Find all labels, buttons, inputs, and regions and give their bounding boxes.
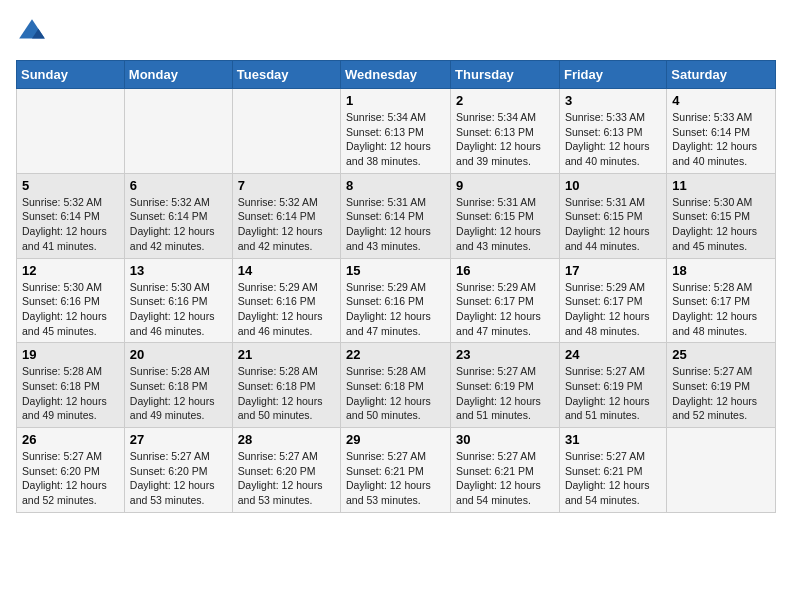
day-number: 9: [456, 178, 554, 193]
column-header-tuesday: Tuesday: [232, 61, 340, 89]
day-cell: 16Sunrise: 5:29 AMSunset: 6:17 PMDayligh…: [451, 258, 560, 343]
day-info: Sunrise: 5:31 AMSunset: 6:15 PMDaylight:…: [565, 195, 661, 254]
day-number: 3: [565, 93, 661, 108]
day-cell: 13Sunrise: 5:30 AMSunset: 6:16 PMDayligh…: [124, 258, 232, 343]
day-cell: 24Sunrise: 5:27 AMSunset: 6:19 PMDayligh…: [559, 343, 666, 428]
day-cell: 8Sunrise: 5:31 AMSunset: 6:14 PMDaylight…: [341, 173, 451, 258]
page-header: [16, 16, 776, 48]
day-info: Sunrise: 5:32 AMSunset: 6:14 PMDaylight:…: [22, 195, 119, 254]
day-info: Sunrise: 5:27 AMSunset: 6:19 PMDaylight:…: [672, 364, 770, 423]
week-row-3: 12Sunrise: 5:30 AMSunset: 6:16 PMDayligh…: [17, 258, 776, 343]
column-header-friday: Friday: [559, 61, 666, 89]
day-info: Sunrise: 5:27 AMSunset: 6:20 PMDaylight:…: [130, 449, 227, 508]
day-number: 19: [22, 347, 119, 362]
day-cell: 30Sunrise: 5:27 AMSunset: 6:21 PMDayligh…: [451, 428, 560, 513]
day-number: 20: [130, 347, 227, 362]
week-row-1: 1Sunrise: 5:34 AMSunset: 6:13 PMDaylight…: [17, 89, 776, 174]
day-info: Sunrise: 5:27 AMSunset: 6:21 PMDaylight:…: [565, 449, 661, 508]
day-cell: 27Sunrise: 5:27 AMSunset: 6:20 PMDayligh…: [124, 428, 232, 513]
day-number: 29: [346, 432, 445, 447]
day-number: 28: [238, 432, 335, 447]
day-number: 8: [346, 178, 445, 193]
day-cell: 12Sunrise: 5:30 AMSunset: 6:16 PMDayligh…: [17, 258, 125, 343]
day-number: 12: [22, 263, 119, 278]
day-number: 31: [565, 432, 661, 447]
day-number: 23: [456, 347, 554, 362]
day-number: 30: [456, 432, 554, 447]
day-cell: 21Sunrise: 5:28 AMSunset: 6:18 PMDayligh…: [232, 343, 340, 428]
day-cell: 28Sunrise: 5:27 AMSunset: 6:20 PMDayligh…: [232, 428, 340, 513]
day-cell: 1Sunrise: 5:34 AMSunset: 6:13 PMDaylight…: [341, 89, 451, 174]
day-cell: 14Sunrise: 5:29 AMSunset: 6:16 PMDayligh…: [232, 258, 340, 343]
week-row-2: 5Sunrise: 5:32 AMSunset: 6:14 PMDaylight…: [17, 173, 776, 258]
day-info: Sunrise: 5:28 AMSunset: 6:18 PMDaylight:…: [238, 364, 335, 423]
day-number: 4: [672, 93, 770, 108]
day-info: Sunrise: 5:28 AMSunset: 6:18 PMDaylight:…: [130, 364, 227, 423]
day-cell: 15Sunrise: 5:29 AMSunset: 6:16 PMDayligh…: [341, 258, 451, 343]
day-info: Sunrise: 5:29 AMSunset: 6:16 PMDaylight:…: [346, 280, 445, 339]
day-cell: 11Sunrise: 5:30 AMSunset: 6:15 PMDayligh…: [667, 173, 776, 258]
calendar-header: SundayMondayTuesdayWednesdayThursdayFrid…: [17, 61, 776, 89]
day-info: Sunrise: 5:27 AMSunset: 6:19 PMDaylight:…: [565, 364, 661, 423]
day-number: 11: [672, 178, 770, 193]
day-info: Sunrise: 5:27 AMSunset: 6:20 PMDaylight:…: [22, 449, 119, 508]
day-number: 16: [456, 263, 554, 278]
day-info: Sunrise: 5:28 AMSunset: 6:18 PMDaylight:…: [346, 364, 445, 423]
day-number: 21: [238, 347, 335, 362]
week-row-5: 26Sunrise: 5:27 AMSunset: 6:20 PMDayligh…: [17, 428, 776, 513]
day-number: 25: [672, 347, 770, 362]
day-info: Sunrise: 5:27 AMSunset: 6:21 PMDaylight:…: [346, 449, 445, 508]
day-info: Sunrise: 5:33 AMSunset: 6:14 PMDaylight:…: [672, 110, 770, 169]
day-info: Sunrise: 5:27 AMSunset: 6:20 PMDaylight:…: [238, 449, 335, 508]
day-info: Sunrise: 5:29 AMSunset: 6:17 PMDaylight:…: [565, 280, 661, 339]
day-info: Sunrise: 5:28 AMSunset: 6:17 PMDaylight:…: [672, 280, 770, 339]
day-info: Sunrise: 5:34 AMSunset: 6:13 PMDaylight:…: [456, 110, 554, 169]
day-number: 17: [565, 263, 661, 278]
day-info: Sunrise: 5:33 AMSunset: 6:13 PMDaylight:…: [565, 110, 661, 169]
day-info: Sunrise: 5:30 AMSunset: 6:16 PMDaylight:…: [130, 280, 227, 339]
day-cell: 23Sunrise: 5:27 AMSunset: 6:19 PMDayligh…: [451, 343, 560, 428]
day-info: Sunrise: 5:32 AMSunset: 6:14 PMDaylight:…: [238, 195, 335, 254]
day-number: 14: [238, 263, 335, 278]
day-number: 22: [346, 347, 445, 362]
column-header-monday: Monday: [124, 61, 232, 89]
day-info: Sunrise: 5:32 AMSunset: 6:14 PMDaylight:…: [130, 195, 227, 254]
calendar-body: 1Sunrise: 5:34 AMSunset: 6:13 PMDaylight…: [17, 89, 776, 513]
day-cell: 10Sunrise: 5:31 AMSunset: 6:15 PMDayligh…: [559, 173, 666, 258]
logo-icon: [16, 16, 48, 48]
day-cell: [124, 89, 232, 174]
day-info: Sunrise: 5:30 AMSunset: 6:16 PMDaylight:…: [22, 280, 119, 339]
day-cell: 19Sunrise: 5:28 AMSunset: 6:18 PMDayligh…: [17, 343, 125, 428]
day-number: 26: [22, 432, 119, 447]
day-info: Sunrise: 5:29 AMSunset: 6:17 PMDaylight:…: [456, 280, 554, 339]
day-cell: 4Sunrise: 5:33 AMSunset: 6:14 PMDaylight…: [667, 89, 776, 174]
day-cell: 20Sunrise: 5:28 AMSunset: 6:18 PMDayligh…: [124, 343, 232, 428]
day-number: 6: [130, 178, 227, 193]
column-header-saturday: Saturday: [667, 61, 776, 89]
day-number: 7: [238, 178, 335, 193]
day-cell: 18Sunrise: 5:28 AMSunset: 6:17 PMDayligh…: [667, 258, 776, 343]
day-info: Sunrise: 5:29 AMSunset: 6:16 PMDaylight:…: [238, 280, 335, 339]
day-info: Sunrise: 5:31 AMSunset: 6:15 PMDaylight:…: [456, 195, 554, 254]
day-cell: 22Sunrise: 5:28 AMSunset: 6:18 PMDayligh…: [341, 343, 451, 428]
day-cell: 29Sunrise: 5:27 AMSunset: 6:21 PMDayligh…: [341, 428, 451, 513]
day-info: Sunrise: 5:28 AMSunset: 6:18 PMDaylight:…: [22, 364, 119, 423]
day-cell: [232, 89, 340, 174]
day-cell: 9Sunrise: 5:31 AMSunset: 6:15 PMDaylight…: [451, 173, 560, 258]
day-cell: [17, 89, 125, 174]
day-cell: [667, 428, 776, 513]
day-cell: 31Sunrise: 5:27 AMSunset: 6:21 PMDayligh…: [559, 428, 666, 513]
day-cell: 5Sunrise: 5:32 AMSunset: 6:14 PMDaylight…: [17, 173, 125, 258]
day-number: 10: [565, 178, 661, 193]
day-info: Sunrise: 5:34 AMSunset: 6:13 PMDaylight:…: [346, 110, 445, 169]
day-info: Sunrise: 5:30 AMSunset: 6:15 PMDaylight:…: [672, 195, 770, 254]
day-cell: 2Sunrise: 5:34 AMSunset: 6:13 PMDaylight…: [451, 89, 560, 174]
day-number: 2: [456, 93, 554, 108]
calendar-table: SundayMondayTuesdayWednesdayThursdayFrid…: [16, 60, 776, 513]
day-info: Sunrise: 5:31 AMSunset: 6:14 PMDaylight:…: [346, 195, 445, 254]
day-cell: 25Sunrise: 5:27 AMSunset: 6:19 PMDayligh…: [667, 343, 776, 428]
day-number: 1: [346, 93, 445, 108]
column-header-sunday: Sunday: [17, 61, 125, 89]
day-number: 24: [565, 347, 661, 362]
column-header-wednesday: Wednesday: [341, 61, 451, 89]
